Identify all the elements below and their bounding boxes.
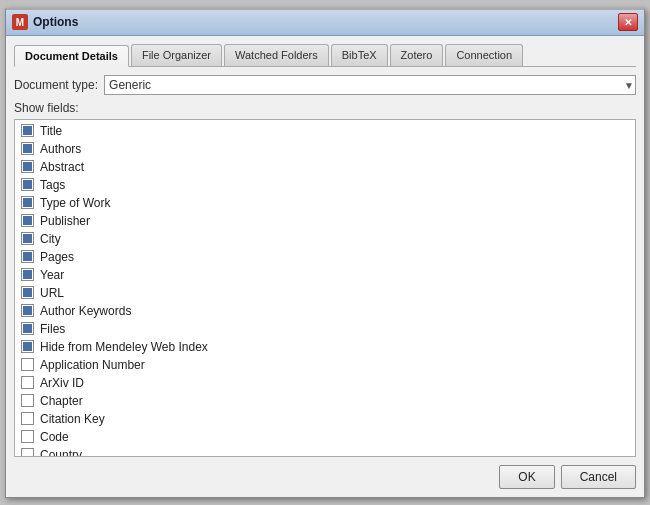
field-item[interactable]: Pages: [15, 248, 635, 266]
field-checkbox[interactable]: [21, 358, 34, 371]
field-label: Files: [40, 322, 65, 336]
document-type-label: Document type:: [14, 78, 98, 92]
title-bar-left: M Options: [12, 14, 78, 30]
field-checkbox[interactable]: [21, 394, 34, 407]
window-title: Options: [33, 15, 78, 29]
field-label: URL: [40, 286, 64, 300]
field-label: Abstract: [40, 160, 84, 174]
field-label: ArXiv ID: [40, 376, 84, 390]
cancel-button[interactable]: Cancel: [561, 465, 636, 489]
field-checkbox[interactable]: [21, 304, 34, 317]
fields-list-container: TitleAuthorsAbstractTagsType of WorkPubl…: [14, 119, 636, 457]
tab-document-details[interactable]: Document Details: [14, 45, 129, 67]
field-label: Application Number: [40, 358, 145, 372]
field-item[interactable]: Application Number: [15, 356, 635, 374]
field-item[interactable]: ArXiv ID: [15, 374, 635, 392]
window-body: Document DetailsFile OrganizerWatched Fo…: [6, 36, 644, 497]
field-checkbox[interactable]: [21, 268, 34, 281]
tabs-bar: Document DetailsFile OrganizerWatched Fo…: [14, 44, 636, 67]
tab-zotero[interactable]: Zotero: [390, 44, 444, 66]
field-label: Author Keywords: [40, 304, 131, 318]
show-fields-label: Show fields:: [14, 101, 636, 115]
field-item[interactable]: Author Keywords: [15, 302, 635, 320]
field-label: Code: [40, 430, 69, 444]
options-window: M Options ✕ Document DetailsFile Organiz…: [5, 8, 645, 498]
field-label: Hide from Mendeley Web Index: [40, 340, 208, 354]
field-checkbox[interactable]: [21, 196, 34, 209]
field-checkbox[interactable]: [21, 376, 34, 389]
field-label: Citation Key: [40, 412, 105, 426]
field-label: Chapter: [40, 394, 83, 408]
document-type-row: Document type: GenericJournal ArticleBoo…: [14, 75, 636, 95]
field-checkbox[interactable]: [21, 178, 34, 191]
tab-file-organizer[interactable]: File Organizer: [131, 44, 222, 66]
field-checkbox[interactable]: [21, 322, 34, 335]
bottom-bar: OK Cancel: [14, 457, 636, 489]
field-label: Publisher: [40, 214, 90, 228]
field-item[interactable]: Country: [15, 446, 635, 456]
app-icon: M: [12, 14, 28, 30]
field-item[interactable]: Year: [15, 266, 635, 284]
field-checkbox[interactable]: [21, 340, 34, 353]
dropdown-wrapper: GenericJournal ArticleBookConference Pap…: [104, 75, 636, 95]
field-item[interactable]: Abstract: [15, 158, 635, 176]
field-item[interactable]: Tags: [15, 176, 635, 194]
field-checkbox[interactable]: [21, 124, 34, 137]
field-checkbox[interactable]: [21, 160, 34, 173]
field-checkbox[interactable]: [21, 448, 34, 456]
tab-connection[interactable]: Connection: [445, 44, 523, 66]
fields-list[interactable]: TitleAuthorsAbstractTagsType of WorkPubl…: [15, 120, 635, 456]
field-checkbox[interactable]: [21, 214, 34, 227]
field-item[interactable]: Chapter: [15, 392, 635, 410]
document-type-select[interactable]: GenericJournal ArticleBookConference Pap…: [104, 75, 636, 95]
close-button[interactable]: ✕: [618, 13, 638, 31]
field-label: Title: [40, 124, 62, 138]
field-label: Authors: [40, 142, 81, 156]
title-bar: M Options ✕: [6, 10, 644, 36]
field-item[interactable]: Publisher: [15, 212, 635, 230]
field-checkbox[interactable]: [21, 232, 34, 245]
field-checkbox[interactable]: [21, 250, 34, 263]
tab-watched-folders[interactable]: Watched Folders: [224, 44, 329, 66]
field-item[interactable]: Hide from Mendeley Web Index: [15, 338, 635, 356]
tab-bibtex[interactable]: BibTeX: [331, 44, 388, 66]
field-checkbox[interactable]: [21, 286, 34, 299]
field-item[interactable]: Code: [15, 428, 635, 446]
field-item[interactable]: Citation Key: [15, 410, 635, 428]
field-item[interactable]: Type of Work: [15, 194, 635, 212]
field-item[interactable]: Authors: [15, 140, 635, 158]
field-item[interactable]: Files: [15, 320, 635, 338]
field-item[interactable]: City: [15, 230, 635, 248]
field-label: City: [40, 232, 61, 246]
field-item[interactable]: Title: [15, 122, 635, 140]
field-label: Tags: [40, 178, 65, 192]
field-checkbox[interactable]: [21, 430, 34, 443]
field-checkbox[interactable]: [21, 412, 34, 425]
field-label: Type of Work: [40, 196, 110, 210]
ok-button[interactable]: OK: [499, 465, 554, 489]
field-checkbox[interactable]: [21, 142, 34, 155]
content-area: Document type: GenericJournal ArticleBoo…: [14, 75, 636, 457]
field-label: Year: [40, 268, 64, 282]
field-item[interactable]: URL: [15, 284, 635, 302]
field-label: Pages: [40, 250, 74, 264]
field-label: Country: [40, 448, 82, 456]
